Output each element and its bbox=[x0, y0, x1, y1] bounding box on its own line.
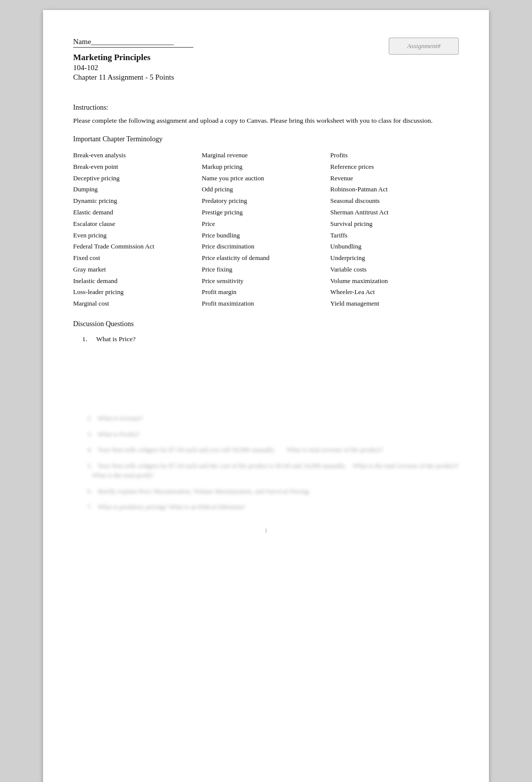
term-item: Wheeler-Lea Act bbox=[330, 287, 459, 298]
answer-space-1 bbox=[73, 348, 459, 408]
question-1-number: 1. bbox=[82, 335, 92, 343]
term-item: Price bundling bbox=[202, 230, 331, 241]
blurred-q2: 2. What is revenue? bbox=[73, 413, 459, 423]
term-item: Seasonal discounts bbox=[330, 196, 459, 206]
terminology-grid: Break-even analysisBreak-even pointDecep… bbox=[73, 150, 459, 309]
term-item: Federal Trade Commission Act bbox=[73, 241, 202, 252]
name-underline: ______________________ bbox=[91, 38, 174, 46]
instructions-label: Instructions: bbox=[73, 104, 459, 112]
page-footer: 1 bbox=[73, 527, 459, 535]
questions-list: 1. What is Price? bbox=[73, 335, 459, 343]
term-item: Survival pricing bbox=[330, 219, 459, 229]
blurred-q3: 3. What is Profits? bbox=[73, 429, 459, 439]
term-item: Marginal cost bbox=[73, 299, 202, 309]
term-item: Volume maximization bbox=[330, 276, 459, 287]
term-item: Sherman Antitrust Act bbox=[330, 207, 459, 218]
term-item: Fixed cost bbox=[73, 253, 202, 264]
term-item: Revenue bbox=[330, 173, 459, 184]
terminology-label: Important Chapter Terminology bbox=[73, 135, 459, 143]
term-item: Escalator clause bbox=[73, 219, 202, 229]
term-item: Price bbox=[202, 219, 331, 229]
term-item: Robinson-Patman Act bbox=[330, 184, 459, 195]
term-item: Yield management bbox=[330, 299, 459, 309]
term-item: Profit maximization bbox=[202, 299, 331, 309]
blurred-q7: 7. What is predatory pricing? What is an… bbox=[73, 502, 459, 512]
term-item: Reference prices bbox=[330, 162, 459, 172]
term-item: Predatory pricing bbox=[202, 196, 331, 206]
term-item: Marginal revenue bbox=[202, 150, 331, 161]
course-code: 104-102 bbox=[73, 64, 193, 72]
term-item: Underpricing bbox=[330, 253, 459, 264]
chapter-title: Chapter 11 Assignment - 5 Points bbox=[73, 73, 193, 82]
blurred-q5: 5. Your firm sells widgets for $7.50 eac… bbox=[73, 461, 459, 480]
terminology-col-2: Marginal revenueMarkup pricingName you p… bbox=[202, 150, 331, 309]
blurred-q6: 6. Briefly explain Price Maximization, V… bbox=[73, 486, 459, 496]
question-1-text: What is Price? bbox=[96, 335, 136, 343]
header-left: Name______________________ Marketing Pri… bbox=[73, 38, 193, 93]
terminology-col-3: ProfitsReference pricesRevenueRobinson-P… bbox=[330, 150, 459, 309]
term-item: Even pricing bbox=[73, 230, 202, 241]
header-area: Name______________________ Marketing Pri… bbox=[73, 38, 459, 93]
term-item: Tariffs bbox=[330, 230, 459, 241]
term-item: Dynamic pricing bbox=[73, 196, 202, 206]
assignment-badge: Assignment# bbox=[389, 38, 459, 55]
term-item: Elastic demand bbox=[73, 207, 202, 218]
term-item: Profits bbox=[330, 150, 459, 161]
term-item: Dumping bbox=[73, 184, 202, 195]
question-1: 1. What is Price? bbox=[73, 335, 459, 343]
term-item: Variable costs bbox=[330, 265, 459, 275]
term-item: Odd pricing bbox=[202, 184, 331, 195]
term-item: Price elasticity of demand bbox=[202, 253, 331, 264]
instructions-text: Please complete the following assignment… bbox=[73, 116, 459, 126]
term-item: Name you price auction bbox=[202, 173, 331, 184]
name-label: Name bbox=[73, 38, 91, 46]
blurred-questions: 2. What is revenue? 3. What is Profits? … bbox=[73, 413, 459, 512]
discussion-label: Discussion Questions bbox=[73, 320, 459, 328]
term-item: Price discrimination bbox=[202, 241, 331, 252]
term-item: Break-even analysis bbox=[73, 150, 202, 161]
term-item: Prestige pricing bbox=[202, 207, 331, 218]
term-item: Price sensitivity bbox=[202, 276, 331, 287]
term-item: Break-even point bbox=[73, 162, 202, 172]
term-item: Profit margin bbox=[202, 287, 331, 298]
term-item: Price fixing bbox=[202, 265, 331, 275]
name-field: Name______________________ bbox=[73, 38, 193, 48]
blurred-q4: 4. Your firm sells widgets for $7.50 eac… bbox=[73, 445, 459, 455]
page: Name______________________ Marketing Pri… bbox=[43, 10, 489, 782]
terminology-col-1: Break-even analysisBreak-even pointDecep… bbox=[73, 150, 202, 309]
course-title: Marketing Principles bbox=[73, 53, 193, 63]
term-item: Gray market bbox=[73, 265, 202, 275]
page-number: 1 bbox=[264, 527, 268, 534]
term-item: Inelastic demand bbox=[73, 276, 202, 287]
title-block: Marketing Principles 104-102 Chapter 11 … bbox=[73, 53, 193, 82]
term-item: Loss-leader pricing bbox=[73, 287, 202, 298]
term-item: Markup pricing bbox=[202, 162, 331, 172]
term-item: Unbundling bbox=[330, 241, 459, 252]
term-item: Deceptive pricing bbox=[73, 173, 202, 184]
